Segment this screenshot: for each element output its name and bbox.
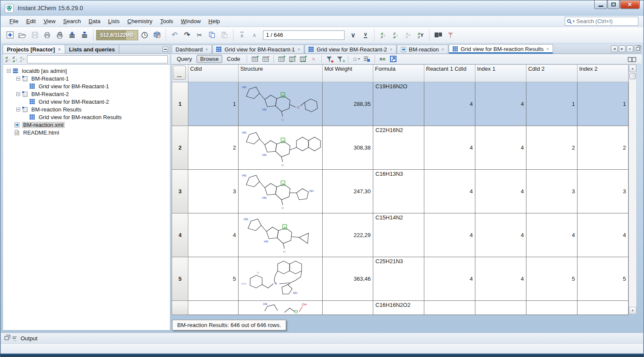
tab-close-icon[interactable]: ✕ <box>206 48 209 51</box>
tab-close-icon[interactable]: ✕ <box>58 48 61 51</box>
copy-button[interactable] <box>206 29 218 41</box>
tab-close-icon[interactable]: ✕ <box>390 48 393 51</box>
tree-item-bm-reaction-xml[interactable]: BM-reaction.xml <box>3 121 170 129</box>
output-tab[interactable]: Output <box>21 335 37 342</box>
structure-depiction[interactable]: HN HN 4 H <box>239 126 323 170</box>
cell-mol-weight[interactable]: 308,38 <box>323 126 373 170</box>
scroll-down-icon[interactable]: ▼ <box>629 307 636 314</box>
cell-index1[interactable]: 4 <box>475 257 526 301</box>
form-grid-switch-button[interactable] <box>378 55 387 63</box>
print-button[interactable] <box>41 29 53 41</box>
panel-minimize-button[interactable] <box>163 47 168 52</box>
cell-formula[interactable]: C16H16N2O2 <box>373 301 424 315</box>
menu-data[interactable]: Data <box>85 17 104 26</box>
cell-index2[interactable]: 5 <box>577 257 629 301</box>
menu-edit[interactable]: Edit <box>22 17 39 26</box>
collapse-icon[interactable] <box>16 77 20 81</box>
window-layout-button[interactable] <box>432 29 444 41</box>
menu-help[interactable]: Help <box>205 17 224 26</box>
maximize-button[interactable] <box>608 0 620 9</box>
undo-button[interactable]: ↶ <box>169 29 181 41</box>
cell-cdid[interactable] <box>188 301 239 315</box>
menu-window[interactable]: Window <box>177 17 205 26</box>
menu-file[interactable]: File <box>6 17 22 26</box>
cell-formula[interactable]: C25H21N3 <box>373 257 424 301</box>
cell-index2[interactable]: 1 <box>577 82 629 126</box>
column-chooser-button[interactable]: ... <box>173 66 186 80</box>
cell-index1[interactable]: 4 <box>475 82 526 126</box>
tab-gridview-reactant-1[interactable]: Grid view for BM-Reactant-1 ✕ <box>212 45 304 54</box>
tree-item-bm-reactant-1[interactable]: BM-Reactant-1 <box>3 75 170 82</box>
clear-sort-button[interactable]: az× <box>402 29 414 41</box>
vertical-scrollbar[interactable]: ▲ ▼ <box>629 64 637 315</box>
previous-record-button[interactable]: ∧ <box>248 29 260 41</box>
cell-cdid2[interactable]: 1 <box>526 82 577 126</box>
new-calculated-field-button[interactable]: +a+b <box>298 55 308 63</box>
tree-item-bm-reactant-2[interactable]: BM-Reactant-2 <box>3 90 170 98</box>
browse-mode-button[interactable]: Browse <box>197 55 222 63</box>
row-header[interactable]: 2 <box>172 126 188 170</box>
search-input[interactable] <box>575 18 636 25</box>
cell-reactant1-cdid[interactable]: 4 <box>424 82 475 126</box>
cell-cdid[interactable]: 2 <box>188 126 239 170</box>
cell-cdid2[interactable]: 3 <box>526 170 577 213</box>
cell-index1[interactable]: 4 <box>475 126 526 170</box>
minimize-button[interactable] <box>594 0 607 9</box>
cell-formula[interactable]: C19H16N2O <box>373 82 424 126</box>
filter-button[interactable] <box>444 29 457 41</box>
cell-index2[interactable]: 3 <box>577 170 629 213</box>
cell-reactant1-cdid[interactable]: 4 <box>424 170 475 213</box>
query-mode-button[interactable]: Query <box>173 55 195 63</box>
scroll-up-icon[interactable]: ▲ <box>629 65 636 72</box>
table-row[interactable]: 5 5 H2N H N <box>172 257 629 301</box>
paste-button[interactable] <box>218 29 230 41</box>
filter-add-button[interactable]: + <box>336 55 345 63</box>
custom-sort-button[interactable]: azY <box>414 29 426 41</box>
column-header-index1[interactable]: Index 1 <box>475 65 526 82</box>
filter-current-button[interactable] <box>325 55 334 63</box>
next-record-button[interactable]: ∨ <box>347 29 359 41</box>
cell-index1[interactable]: 4 <box>475 170 526 213</box>
tab-bm-reaction[interactable]: BM-reaction ✕ <box>397 45 448 54</box>
cell-cdid2[interactable]: 5 <box>526 257 577 301</box>
row-header[interactable]: 5 <box>172 257 188 301</box>
row-header[interactable] <box>172 301 188 315</box>
redo-button[interactable]: ↷ <box>181 29 193 41</box>
first-record-button[interactable]: ∧ <box>236 29 248 41</box>
cell-mol-weight[interactable]: 363,46 <box>323 257 373 301</box>
close-button[interactable]: ✕ <box>620 0 640 9</box>
tree-item-gridview-reaction-results[interactable]: Grid view for BM-reaction Results <box>3 113 170 121</box>
save-button[interactable] <box>29 29 41 41</box>
column-header-mol-weight[interactable]: Mol Weight <box>323 65 373 82</box>
cell-mol-weight[interactable] <box>323 301 373 315</box>
column-header-index2[interactable]: Index 2 <box>577 65 629 82</box>
garbage-collect-icon[interactable] <box>139 29 151 41</box>
table-row[interactable]: 4 4 HN HN 4 <box>172 213 629 257</box>
open-button[interactable] <box>16 29 28 41</box>
tree-item-localdb[interactable]: localdb [as admin] <box>3 67 170 75</box>
maximize-view-button[interactable] <box>634 45 641 52</box>
table-row[interactable]: 3 3 HN HN 4 <box>172 170 629 213</box>
tree-sort-clear-icon[interactable]: az× <box>20 56 25 63</box>
cell-cdid2[interactable]: 4 <box>526 213 577 257</box>
tab-gridview-reactant-2[interactable]: Grid view for BM-Reactant-2 ✕ <box>305 45 396 54</box>
record-position-field[interactable] <box>263 30 345 40</box>
tab-gridview-reaction-results[interactable]: Grid view for BM-reaction Results ✕ <box>449 44 553 54</box>
code-mode-button[interactable]: Code <box>224 55 244 63</box>
last-record-button[interactable]: ∨ <box>360 29 372 41</box>
structure-depiction[interactable]: H2N H N NH <box>239 257 323 301</box>
tab-dashboard[interactable]: Dashboard ✕ <box>172 45 212 54</box>
column-header-structure[interactable]: Structure <box>239 65 323 82</box>
menu-lists[interactable]: Lists <box>104 17 124 26</box>
add-row-button[interactable]: + <box>250 55 260 63</box>
cell-mol-weight[interactable]: 222,29 <box>323 213 373 257</box>
row-header[interactable]: 1 <box>172 82 188 126</box>
menu-search[interactable]: Search <box>59 17 85 26</box>
cell-cdid2[interactable] <box>526 301 577 315</box>
tree-item-readme-html[interactable]: README.html <box>3 129 170 136</box>
tree-sort-descending-icon[interactable]: za↓ <box>12 56 18 63</box>
table-row[interactable]: 2 2 HN HN 4 <box>172 126 629 170</box>
cut-button[interactable]: ✂ <box>194 29 206 41</box>
column-header-formula[interactable]: Formula <box>373 65 424 82</box>
favorites-button[interactable]: ☆▾ <box>351 55 361 63</box>
